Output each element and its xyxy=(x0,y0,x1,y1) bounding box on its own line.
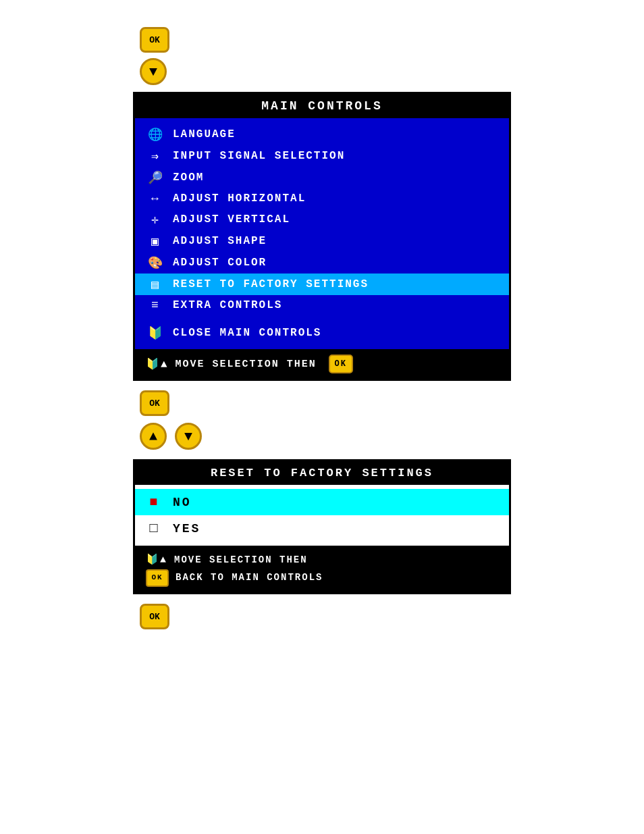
yes-icon: □ xyxy=(146,521,163,536)
reset-panel: RESET TO FACTORY SETTINGS ■ NO □ YES 🔰▲ … xyxy=(133,459,511,594)
reset-title: RESET TO FACTORY SETTINGS xyxy=(135,461,509,485)
top-buttons-section: OK ▼ xyxy=(140,27,169,85)
footer-move-text: MOVE SELECTION THEN xyxy=(176,359,317,370)
close-main-label: CLOSE MAIN CONTROLS xyxy=(173,327,321,339)
adjust-shape-label: ADJUST SHAPE xyxy=(173,235,267,247)
adjust-horizontal-icon: ↔ xyxy=(146,192,165,205)
extra-controls-icon: ≡ xyxy=(146,298,165,312)
reset-footer-back-text: BACK TO MAIN CONTROLS xyxy=(176,569,323,586)
adjust-shape-icon: ▣ xyxy=(146,234,165,249)
middle-down-arrow[interactable]: ▼ xyxy=(175,423,202,450)
yes-label: YES xyxy=(173,522,200,536)
main-controls-title: MAIN CONTROLS xyxy=(135,94,509,118)
zoom-label: ZOOM xyxy=(173,172,204,184)
reset-footer-row2: OK BACK TO MAIN CONTROLS xyxy=(146,569,498,587)
reset-footer-ok-icon: OK xyxy=(146,569,169,587)
main-controls-panel: MAIN CONTROLS 🌐 LANGUAGE ⇒ INPUT SIGNAL … xyxy=(133,92,511,381)
adjust-vertical-label: ADJUST VERTICAL xyxy=(173,213,290,226)
zoom-icon: 🔎 xyxy=(146,170,165,185)
reset-factory-icon: ▤ xyxy=(146,277,165,292)
page-container: OK ▼ MAIN CONTROLS 🌐 LANGUAGE ⇒ INPUT SI… xyxy=(119,27,525,629)
reset-footer: 🔰▲ MOVE SELECTION THEN OK BACK TO MAIN C… xyxy=(135,546,509,592)
language-label: LANGUAGE xyxy=(173,128,236,140)
menu-item-input-signal[interactable]: ⇒ INPUT SIGNAL SELECTION xyxy=(135,145,509,167)
adjust-vertical-icon: ✛ xyxy=(146,212,165,227)
menu-item-adjust-vertical[interactable]: ✛ ADJUST VERTICAL xyxy=(135,209,509,230)
menu-item-reset-factory[interactable]: ▤ RESET TO FACTORY SETTINGS xyxy=(135,273,509,295)
language-icon: 🌐 xyxy=(146,127,165,142)
adjust-color-label: ADJUST COLOR xyxy=(173,257,267,269)
close-main-icon: 🔰 xyxy=(146,325,165,340)
menu-item-adjust-color[interactable]: 🎨 ADJUST COLOR xyxy=(135,252,509,273)
middle-arrow-row: ▲ ▼ xyxy=(140,423,202,450)
reset-footer-nav-icons: 🔰▲ xyxy=(146,551,167,569)
menu-item-language[interactable]: 🌐 LANGUAGE xyxy=(135,124,509,145)
footer-nav-icons: 🔰▲ xyxy=(146,357,169,371)
menu-item-extra-controls[interactable]: ≡ EXTRA CONTROLS xyxy=(135,295,509,315)
input-signal-label: INPUT SIGNAL SELECTION xyxy=(173,150,345,162)
reset-footer-move-text: MOVE SELECTION THEN xyxy=(174,552,308,569)
input-signal-icon: ⇒ xyxy=(146,149,165,163)
main-menu-footer: 🔰▲ MOVE SELECTION THEN OK xyxy=(135,349,509,379)
top-ok-button[interactable]: OK xyxy=(140,27,169,53)
bottom-ok-section: OK xyxy=(140,604,169,629)
no-icon: ■ xyxy=(146,494,163,510)
top-down-arrow[interactable]: ▼ xyxy=(140,58,167,85)
reset-factory-label: RESET TO FACTORY SETTINGS xyxy=(173,278,369,290)
bottom-ok-button[interactable]: OK xyxy=(140,604,169,629)
middle-up-arrow[interactable]: ▲ xyxy=(140,423,167,450)
main-menu-items: 🌐 LANGUAGE ⇒ INPUT SIGNAL SELECTION 🔎 ZO… xyxy=(135,118,509,349)
middle-buttons-section: OK ▲ ▼ xyxy=(140,390,202,450)
footer-ok-icon: OK xyxy=(329,355,353,373)
reset-items: ■ NO □ YES xyxy=(135,485,509,546)
menu-item-adjust-shape[interactable]: ▣ ADJUST SHAPE xyxy=(135,230,509,252)
extra-controls-label: EXTRA CONTROLS xyxy=(173,299,282,311)
middle-ok-button[interactable]: OK xyxy=(140,390,169,416)
reset-footer-row1: 🔰▲ MOVE SELECTION THEN xyxy=(146,551,498,569)
no-label: NO xyxy=(173,496,192,509)
reset-item-yes[interactable]: □ YES xyxy=(135,515,509,542)
adjust-color-icon: 🎨 xyxy=(146,255,165,270)
reset-item-no[interactable]: ■ NO xyxy=(135,489,509,515)
menu-item-adjust-horizontal[interactable]: ↔ ADJUST HORIZONTAL xyxy=(135,188,509,209)
menu-item-close[interactable]: 🔰 CLOSE MAIN CONTROLS xyxy=(135,322,509,344)
adjust-horizontal-label: ADJUST HORIZONTAL xyxy=(173,192,306,205)
menu-item-zoom[interactable]: 🔎 ZOOM xyxy=(135,167,509,188)
